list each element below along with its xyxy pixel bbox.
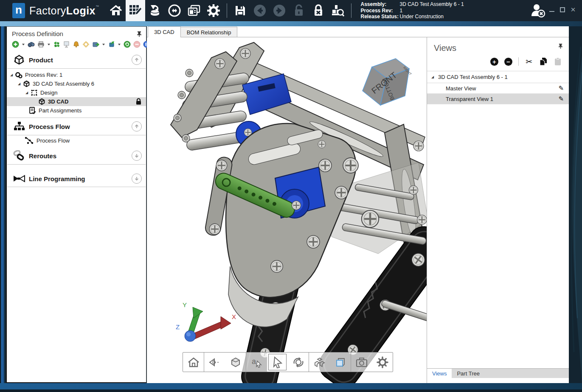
refresh-icon[interactable]: [124, 41, 131, 48]
section-line-programming-label: Line Programming: [29, 175, 132, 182]
pin-icon[interactable]: [558, 43, 563, 49]
user-logout-icon: [531, 3, 546, 18]
section-process-flow[interactable]: Process Flow: [7, 118, 146, 135]
save-button[interactable]: [231, 0, 250, 21]
expand-caret-icon[interactable]: ◢: [25, 91, 30, 95]
import-icon[interactable]: [108, 41, 115, 48]
forward-button[interactable]: [270, 0, 289, 21]
user-session-button[interactable]: [531, 3, 546, 18]
views-panel-title: Views: [434, 43, 456, 53]
find-icon[interactable]: [28, 41, 35, 48]
tree-row-process-flow[interactable]: Process Flow: [7, 135, 146, 146]
select-tool-button[interactable]: [267, 353, 288, 372]
copy-view-icon[interactable]: [539, 57, 548, 66]
viewport-toolbar: a: [183, 352, 393, 372]
audit-button[interactable]: [328, 0, 348, 21]
view-home-button[interactable]: [183, 353, 204, 372]
section-product-label: Product: [29, 56, 132, 64]
dock-tab-views[interactable]: Views: [427, 369, 452, 378]
toolbar-separator: [351, 3, 351, 18]
view-direction-button[interactable]: [204, 353, 225, 372]
views-dock: Views + − ✂: [427, 37, 569, 383]
remove-view-button[interactable]: −: [504, 58, 512, 66]
lock-icon: [135, 98, 142, 105]
export-dropdown-caret[interactable]: [102, 44, 105, 45]
settings-button[interactable]: [204, 0, 223, 21]
views-tree-item-master[interactable]: Master View ✎: [427, 83, 569, 94]
print-icon[interactable]: [37, 41, 45, 48]
gears-icon: [14, 72, 23, 78]
tree-row-part-assignments[interactable]: Part Assignments: [7, 106, 146, 115]
assembly-cube-icon: [22, 80, 31, 87]
toolbar-separator: [227, 3, 227, 18]
close-button[interactable]: ✕: [570, 7, 576, 13]
collapse-up-icon[interactable]: [132, 55, 142, 65]
unlock-button[interactable]: [289, 0, 309, 21]
design-icon: [30, 89, 38, 96]
add-icon[interactable]: [12, 41, 19, 48]
paste-view-icon[interactable]: [554, 57, 562, 66]
section-line-programming[interactable]: Line Programming: [7, 171, 146, 187]
orientation-cube[interactable]: FRONT BOTTOM RIGHT: [357, 55, 413, 115]
label-tool-button[interactable]: a: [246, 353, 267, 372]
factorylogix-window: n FactoryLogix™: [0, 0, 582, 392]
dock-tab-part-tree[interactable]: Part Tree: [452, 369, 484, 378]
section-reroutes[interactable]: Reroutes: [7, 147, 146, 164]
lock-revision-button[interactable]: [309, 0, 328, 21]
import-dropdown-caret[interactable]: [118, 44, 121, 45]
remove-icon[interactable]: [133, 41, 141, 48]
minimize-button[interactable]: [549, 7, 555, 13]
shaded-view-button[interactable]: [225, 353, 246, 372]
viewport-settings-button[interactable]: [372, 353, 393, 372]
tab-bom-relationship[interactable]: BOM Relationship: [180, 27, 238, 37]
add-dropdown-caret[interactable]: [22, 44, 25, 45]
preview-icon[interactable]: [63, 41, 70, 48]
release-status-value: Under Construction: [400, 14, 444, 20]
documents-icon: [188, 5, 200, 17]
section-reroutes-label: Reroutes: [29, 152, 132, 160]
views-tree-item-transparent[interactable]: Transparent View 1 ✎: [427, 94, 569, 104]
expand-down-icon[interactable]: [132, 151, 142, 161]
back-button[interactable]: [250, 0, 270, 21]
materials-button[interactable]: [145, 0, 165, 21]
expand-down-icon[interactable]: [132, 174, 142, 184]
cad-viewport[interactable]: FRONT BOTTOM RIGHT Y X Z: [147, 37, 427, 383]
gear-pale-icon[interactable]: [82, 41, 90, 48]
export-icon[interactable]: [92, 41, 99, 48]
tree-row-design[interactable]: ◢ Design: [7, 88, 146, 97]
orbit-tool-button[interactable]: [288, 353, 309, 372]
expand-caret-icon[interactable]: ◢: [10, 73, 14, 77]
collapse-up-icon[interactable]: [132, 121, 142, 132]
alert-bell-icon[interactable]: [73, 41, 80, 48]
axis-y-label: Y: [183, 301, 187, 308]
product-icon: [13, 54, 25, 65]
tree-row-assembly[interactable]: ◢ 3D CAD Test Assembly 6: [7, 79, 146, 88]
process-definition-button[interactable]: [126, 0, 145, 21]
print-dropdown-caret[interactable]: [48, 44, 50, 45]
axis-x-label: X: [232, 313, 236, 320]
data-transfer-button[interactable]: [165, 0, 184, 21]
edit-view-icon[interactable]: ✎: [558, 95, 564, 103]
expand-caret-icon[interactable]: ◢: [431, 75, 438, 79]
explode-view-button[interactable]: [309, 353, 330, 372]
edit-view-icon[interactable]: ✎: [558, 84, 564, 92]
tree-row-process-rev[interactable]: ◢ Process Rev: 1: [7, 70, 146, 79]
add-view-button[interactable]: +: [490, 58, 498, 66]
tree-row-3d-cad[interactable]: 3D CAD: [7, 97, 146, 106]
home-button[interactable]: [106, 0, 126, 21]
snapshot-button[interactable]: [351, 353, 372, 372]
audit-search-icon: [332, 4, 344, 17]
section-product[interactable]: Product: [7, 51, 146, 68]
dock-tabstrip: Views Part Tree: [427, 368, 569, 378]
cut-view-icon[interactable]: ✂: [525, 57, 533, 66]
expand-caret-icon[interactable]: ◢: [18, 82, 22, 86]
svg-text:a: a: [252, 357, 256, 366]
tab-3d-cad[interactable]: 3D CAD: [148, 26, 181, 37]
documents-button[interactable]: [184, 0, 204, 21]
section-view-button[interactable]: [330, 353, 351, 372]
pin-icon[interactable]: [137, 31, 142, 37]
views-tree-root[interactable]: ◢ 3D CAD Test Assembly 6 - 1: [427, 71, 569, 83]
integration-icon[interactable]: [53, 41, 60, 48]
reroutes-icon: [13, 150, 25, 161]
maximize-button[interactable]: [560, 7, 565, 13]
